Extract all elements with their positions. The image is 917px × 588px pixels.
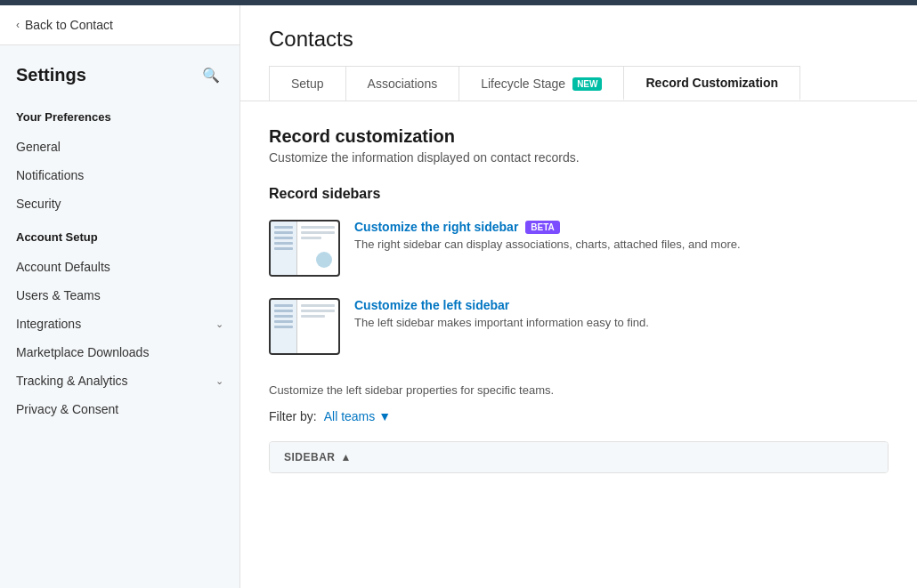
- your-preferences-title: Your Preferences: [16, 110, 223, 124]
- sidebar-item-privacy-consent[interactable]: Privacy & Consent: [0, 396, 239, 423]
- back-to-contact-button[interactable]: ‹ Back to Contact: [0, 5, 239, 45]
- sidebar: ‹ Back to Contact Settings 🔍 Your Prefer…: [0, 5, 240, 588]
- record-customization-title: Record customization: [269, 126, 889, 147]
- sidebar-item-security[interactable]: Security: [0, 190, 239, 217]
- filter-dropdown[interactable]: All teams ▼: [324, 409, 391, 423]
- sidebar-table-column-label: SIDEBAR: [284, 451, 336, 463]
- back-chevron-icon: ‹: [16, 19, 20, 31]
- left-sidebar-link[interactable]: Customize the left sidebar: [354, 298, 889, 312]
- sidebar-header: Settings 🔍: [0, 45, 239, 98]
- lifecycle-new-badge: NEW: [572, 77, 602, 91]
- tab-record-customization-label: Record Customization: [645, 76, 778, 90]
- account-defaults-label: Account Defaults: [16, 260, 223, 274]
- left-sidebar-description: The left sidebar makes important informa…: [354, 316, 889, 329]
- account-setup-title: Account Setup: [16, 230, 223, 244]
- tab-associations[interactable]: Associations: [345, 66, 460, 101]
- sidebar-item-integrations[interactable]: Integrations ⌄: [0, 310, 239, 337]
- sidebar-item-general[interactable]: General: [0, 133, 239, 160]
- sidebar-section-your-preferences: Your Preferences: [0, 98, 239, 133]
- right-sidebar-card: Customize the right sidebar BETA The rig…: [269, 216, 889, 280]
- integrations-label: Integrations: [16, 317, 215, 331]
- sidebar-item-tracking-analytics[interactable]: Tracking & Analytics ⌄: [0, 367, 239, 394]
- tab-lifecycle-stage[interactable]: Lifecycle Stage NEW: [458, 66, 624, 101]
- sidebar-item-marketplace-downloads[interactable]: Marketplace Downloads: [0, 339, 239, 366]
- page-header: Contacts Setup Associations Lifecycle St…: [240, 5, 917, 101]
- integrations-chevron-icon: ⌄: [215, 318, 223, 330]
- filter-label-text: Customize the left sidebar properties fo…: [269, 383, 889, 397]
- sidebar-item-notifications[interactable]: Notifications: [0, 162, 239, 189]
- page-title: Contacts: [269, 27, 889, 52]
- left-sidebar-link-text: Customize the left sidebar: [354, 298, 509, 312]
- left-sidebar-card: Customize the left sidebar The left side…: [269, 294, 889, 358]
- sidebar-search-button[interactable]: 🔍: [199, 63, 223, 87]
- record-sidebars-title: Record sidebars: [269, 186, 889, 202]
- back-button-label: Back to Contact: [25, 18, 113, 32]
- general-label: General: [16, 140, 223, 154]
- sort-icon: ▲: [341, 451, 352, 463]
- tabs-bar: Setup Associations Lifecycle Stage NEW R…: [269, 66, 889, 101]
- search-icon: 🔍: [202, 68, 220, 83]
- beta-badge: BETA: [525, 221, 559, 234]
- right-sidebar-card-info: Customize the right sidebar BETA The rig…: [354, 220, 889, 251]
- sidebar-title: Settings: [16, 65, 86, 85]
- filter-dropdown-chevron-icon: ▼: [378, 409, 391, 423]
- sidebar-table-header: SIDEBAR ▲: [270, 442, 888, 472]
- tab-associations-label: Associations: [368, 77, 438, 91]
- privacy-consent-label: Privacy & Consent: [16, 402, 223, 416]
- filter-by-label: Filter by:: [269, 409, 317, 423]
- sidebar-card-list: Customize the right sidebar BETA The rig…: [269, 216, 889, 358]
- tab-lifecycle-stage-label: Lifecycle Stage: [481, 77, 565, 91]
- notifications-label: Notifications: [16, 168, 223, 182]
- right-sidebar-link-text: Customize the right sidebar: [354, 220, 518, 234]
- tracking-analytics-chevron-icon: ⌄: [215, 375, 223, 387]
- tab-setup[interactable]: Setup: [269, 66, 346, 101]
- content-area: Record customization Customize the infor…: [240, 101, 917, 588]
- right-sidebar-link[interactable]: Customize the right sidebar BETA: [354, 220, 889, 234]
- filter-dropdown-value: All teams: [324, 409, 376, 423]
- tab-setup-label: Setup: [291, 77, 324, 91]
- main-layout: ‹ Back to Contact Settings 🔍 Your Prefer…: [0, 5, 917, 588]
- right-sidebar-description: The right sidebar can display associatio…: [354, 238, 889, 251]
- sidebar-item-account-defaults[interactable]: Account Defaults: [0, 254, 239, 280]
- marketplace-downloads-label: Marketplace Downloads: [16, 345, 223, 359]
- filter-row: Filter by: All teams ▼: [269, 409, 889, 423]
- users-teams-label: Users & Teams: [16, 288, 223, 302]
- main-content: Contacts Setup Associations Lifecycle St…: [240, 5, 917, 588]
- left-sidebar-card-info: Customize the left sidebar The left side…: [354, 298, 889, 329]
- left-sidebar-thumbnail: [269, 298, 340, 355]
- sidebar-table: SIDEBAR ▲: [269, 441, 889, 473]
- tab-record-customization[interactable]: Record Customization: [623, 66, 800, 101]
- security-label: Security: [16, 197, 223, 211]
- sidebar-section-account-setup: Account Setup: [0, 218, 239, 253]
- tracking-analytics-label: Tracking & Analytics: [16, 374, 215, 388]
- sidebar-item-users-teams[interactable]: Users & Teams: [0, 282, 239, 309]
- record-customization-subtitle: Customize the information displayed on c…: [269, 150, 889, 165]
- right-sidebar-thumbnail: [269, 220, 340, 277]
